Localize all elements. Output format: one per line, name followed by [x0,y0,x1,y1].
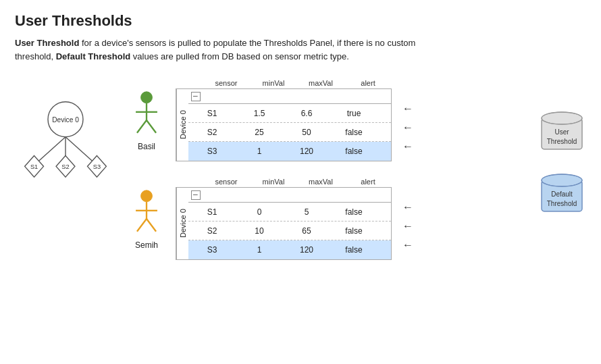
table-check-row-1 [188,188,391,203]
arrow-1-2: ← [402,240,413,251]
svg-line-15 [147,120,156,133]
cell-sensor-0-2: S3 [188,147,236,156]
device-label-1: Device 0 [176,188,188,259]
data-row-1-2: S3 1 120 false [188,240,391,259]
cell-alert-1-1: false [330,226,377,236]
arrows-0: ←←← [398,99,417,156]
cell-minval-1-2: 1 [236,245,283,255]
person-icon-1 [130,188,163,239]
cell-maxval-0-1: 50 [283,128,330,137]
cell-minval-0-2: 1 [236,147,283,156]
cell-maxval-0-0: 6.6 [283,109,330,118]
svg-text:Default: Default [551,190,573,198]
table-wrapper-0: sensor minVal maxVal alert Device 0 S1 1… [176,79,392,161]
svg-text:User: User [554,128,569,136]
cell-alert-1-2: false [330,245,377,255]
svg-point-11 [141,91,153,103]
svg-line-20 [147,219,156,232]
cell-sensor-0-0: S1 [188,109,236,118]
checkbox-icon-0[interactable] [191,92,201,101]
col-sensor: sensor [203,79,250,87]
cell-sensor-1-2: S3 [188,245,236,255]
arrows-1: ←←← [398,198,417,255]
cylinder-0: UserThreshold [538,107,586,156]
svg-text:S2: S2 [61,163,69,170]
cell-minval-1-1: 10 [236,226,283,236]
cell-alert-0-1: false [330,128,377,137]
svg-point-16 [141,190,153,201]
arrow-0-1: ← [402,122,413,133]
page-title: User Thresholds [15,12,586,30]
col-maxval: maxVal [297,178,344,186]
data-row-1-0: S1 0 5 false [188,203,391,222]
cell-maxval-0-2: 120 [283,147,330,156]
svg-text:Threshold: Threshold [547,200,577,207]
person-name-0: Basil [138,142,155,151]
table-wrapper-1: sensor minVal maxVal alert Device 0 S1 0… [176,178,392,260]
tree-section: Device 0 S1 S2 S3 [15,99,123,189]
svg-text:S3: S3 [93,163,101,170]
cell-alert-0-0: true [330,109,377,118]
table-header-0: sensor minVal maxVal alert [176,79,392,87]
user-row-1: Semih sensor minVal maxVal alert Device … [123,178,531,260]
cell-minval-0-0: 1.5 [236,109,283,118]
cell-alert-0-2: false [330,147,377,156]
data-row-0-0: S1 1.5 6.6 true [188,104,391,123]
cylinder-svg-0: UserThreshold [538,107,586,156]
arrow-1-0: ← [402,202,413,213]
center-section: Basil sensor minVal maxVal alert Device … [123,79,531,260]
data-table-0: Device 0 S1 1.5 6.6 true S2 25 50 false … [176,88,392,161]
col-minval: minVal [250,79,297,87]
arrow-1-1: ← [402,221,413,232]
svg-text:Device 0: Device 0 [52,116,79,124]
main-content: Device 0 S1 S2 S3 [15,79,586,260]
cylinder-svg-1: DefaultThreshold [538,170,586,218]
checkbox-icon-1[interactable] [191,190,201,200]
table-header-1: sensor minVal maxVal alert [176,178,392,186]
table-body-0: S1 1.5 6.6 true S2 25 50 false S3 1 120 … [188,89,391,161]
person-icon-0 [130,90,163,140]
table-check-row-0 [188,89,391,104]
cell-maxval-1-2: 120 [283,245,330,255]
col-sensor: sensor [203,178,250,186]
svg-line-19 [137,219,147,232]
cylinder-1: DefaultThreshold [538,170,586,218]
description-bold1: User Threshold [15,38,79,48]
cell-maxval-1-0: 5 [283,207,330,217]
svg-line-14 [137,120,147,133]
col-minval: minVal [250,178,297,186]
cell-sensor-0-1: S2 [188,128,236,137]
cell-sensor-1-1: S2 [188,226,236,236]
table-body-1: S1 0 5 false S2 10 65 false S3 1 120 fal… [188,188,391,259]
cell-alert-1-0: false [330,207,377,217]
col-alert: alert [344,178,392,186]
person-name-1: Semih [135,240,158,250]
arrow-0-2: ← [402,141,413,152]
person-figure-1: Semih [123,188,170,250]
data-row-1-1: S2 10 65 false [188,222,391,240]
data-row-0-2: S3 1 120 false [188,142,391,161]
cell-minval-1-0: 0 [236,207,283,217]
svg-text:S1: S1 [30,163,38,170]
col-maxval: maxVal [297,79,344,87]
person-figure-0: Basil [123,90,170,151]
user-row-0: Basil sensor minVal maxVal alert Device … [123,79,531,161]
col-alert: alert [344,79,392,87]
device-label-0: Device 0 [176,89,188,161]
right-cylinders: UserThreshold DefaultThreshold [538,107,586,218]
cell-minval-0-1: 25 [236,128,283,137]
cell-sensor-1-0: S1 [188,207,236,217]
description-text2: values are pulled from DB based on senso… [130,51,349,61]
arrow-0-0: ← [402,103,413,114]
data-row-0-1: S2 25 50 false [188,123,391,142]
svg-text:Threshold: Threshold [547,138,577,145]
description-bold2: Default Threshold [56,51,131,61]
cell-maxval-1-1: 65 [283,226,330,236]
data-table-1: Device 0 S1 0 5 false S2 10 65 false S3 … [176,187,392,260]
tree-diagram: Device 0 S1 S2 S3 [15,99,116,187]
description: User Threshold for a device's sensors is… [15,36,420,63]
